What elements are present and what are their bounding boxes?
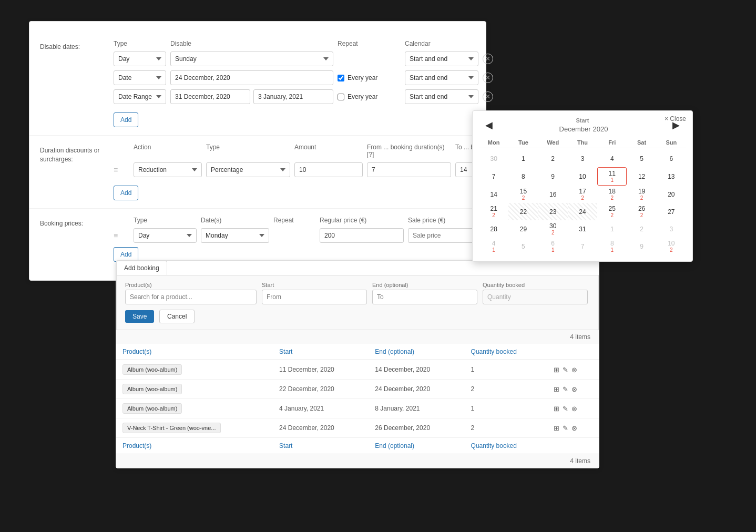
cal-day-15[interactable]: 152 <box>508 186 538 203</box>
action-icons-1: ⊞ ✎ ⊗ <box>554 366 592 374</box>
type-select-3[interactable]: DayDateDate Range <box>114 89 166 104</box>
edit-icon-2[interactable]: ✎ <box>563 385 568 393</box>
items-count-top: 4 items <box>116 330 599 344</box>
prices-add-btn[interactable]: Add <box>114 247 138 262</box>
disable-date-input-2[interactable] <box>170 70 333 85</box>
cal-day-5[interactable]: 5 <box>627 150 656 167</box>
cal-day-8[interactable]: 8 <box>508 167 538 186</box>
cal-day-9-jan[interactable]: 9 <box>627 238 656 255</box>
prices-drag-handle-1[interactable]: ≡ <box>114 231 129 240</box>
booking-panel: Add booking Product(s) Start End (option… <box>116 260 599 468</box>
cal-day-7-jan[interactable]: 7 <box>568 238 597 255</box>
type-select-1[interactable]: DayDateDate Range <box>114 52 166 66</box>
regular-price-input-1[interactable] <box>320 228 404 243</box>
cal-day-3-jan[interactable]: 3 <box>657 220 686 238</box>
cal-day-19[interactable]: 192 <box>627 186 656 203</box>
cal-day-11[interactable]: 111 <box>597 167 627 186</box>
discount-add-btn[interactable]: Add <box>114 186 138 200</box>
th-start: Start <box>273 344 369 360</box>
delete-icon-4[interactable]: ⊗ <box>571 424 577 432</box>
quantity-edit-icon-2[interactable]: ⊞ <box>554 385 559 393</box>
cal-day-30[interactable]: 302 <box>538 220 568 238</box>
quantity-stepper[interactable]: Quantity <box>483 290 588 304</box>
cancel-booking-btn[interactable]: Cancel <box>159 310 195 323</box>
disable-dates-add-btn[interactable]: Add <box>114 112 138 127</box>
cal-day-5-jan[interactable]: 5 <box>508 238 538 255</box>
cal-day-14[interactable]: 14 <box>479 186 508 203</box>
calendar-select-1[interactable]: Start and end <box>405 52 478 66</box>
cal-day-4[interactable]: 4 <box>597 150 627 167</box>
cal-day-7[interactable]: 7 <box>479 167 508 186</box>
quantity-edit-icon-4[interactable]: ⊞ <box>554 424 559 432</box>
repeat-row-3: Every year <box>338 93 401 100</box>
cal-day-6[interactable]: 6 <box>657 150 686 167</box>
cal-day-24[interactable]: 24 <box>568 203 597 220</box>
cal-day-2-jan[interactable]: 2 <box>627 220 656 238</box>
cal-day-10-jan[interactable]: 102 <box>657 238 686 255</box>
quantity-edit-icon-3[interactable]: ⊞ <box>554 405 559 413</box>
date-range-end-3[interactable] <box>253 89 333 104</box>
cal-day-31[interactable]: 31 <box>568 220 597 238</box>
cal-day-26[interactable]: 262 <box>627 203 656 220</box>
cal-day-3[interactable]: 3 <box>568 150 597 167</box>
cal-day-25[interactable]: 252 <box>597 203 627 220</box>
delete-icon-1[interactable]: ⊗ <box>571 366 577 374</box>
remove-row-2-btn[interactable]: × <box>483 73 493 83</box>
prices-type-select-1[interactable]: DayDate <box>134 228 197 243</box>
save-booking-btn[interactable]: Save <box>125 310 154 323</box>
cal-day-30-nov[interactable]: 30 <box>479 150 508 167</box>
cal-day-6-jan[interactable]: 61 <box>538 238 568 255</box>
add-booking-tab[interactable]: Add booking <box>116 261 167 275</box>
type-select-2[interactable]: DayDateDate Range <box>114 70 166 85</box>
cal-day-27[interactable]: 27 <box>657 203 686 220</box>
date-range-start-3[interactable] <box>170 89 250 104</box>
cal-prev-btn[interactable]: ◀ <box>481 118 497 132</box>
amount-header: Amount <box>294 144 363 158</box>
edit-icon-3[interactable]: ✎ <box>563 405 568 413</box>
repeat-label-3: Every year <box>348 93 377 100</box>
prices-dates-select-1[interactable]: MondayTuesday <box>201 228 269 243</box>
cal-day-1-jan[interactable]: 1 <box>597 220 627 238</box>
cal-day-12[interactable]: 12 <box>627 167 656 186</box>
calendar-select-3[interactable]: Start and end <box>405 89 478 104</box>
cal-day-4-jan[interactable]: 41 <box>479 238 508 255</box>
cal-day-16[interactable]: 16 <box>538 186 568 203</box>
disable-select-1[interactable]: SundayMondayTuesday <box>170 52 333 66</box>
delete-icon-2[interactable]: ⊗ <box>571 385 577 393</box>
disc-type-select-1[interactable]: PercentageFixed <box>206 162 290 177</box>
cal-day-1[interactable]: 1 <box>508 150 538 167</box>
cal-day-20[interactable]: 20 <box>657 186 686 203</box>
delete-icon-3[interactable]: ⊗ <box>571 405 577 413</box>
cal-day-8-jan[interactable]: 81 <box>597 238 627 255</box>
start-input[interactable] <box>262 290 367 304</box>
calendar-close-btn[interactable]: × Close <box>665 115 686 122</box>
cal-day-10[interactable]: 10 <box>568 167 597 186</box>
end-input[interactable] <box>372 290 477 304</box>
remove-row-3-btn[interactable]: × <box>483 91 493 102</box>
cal-day-22[interactable]: 22 <box>508 203 538 220</box>
edit-icon-4[interactable]: ✎ <box>563 424 568 432</box>
cal-day-18[interactable]: 182 <box>597 186 627 203</box>
cal-day-29[interactable]: 29 <box>508 220 538 238</box>
product-search-input[interactable] <box>125 290 257 304</box>
disable-col-header: Disable <box>170 40 333 47</box>
from-input-1[interactable] <box>367 162 451 177</box>
action-select-1[interactable]: ReductionSurcharge <box>134 162 202 177</box>
drag-handle-1[interactable]: ≡ <box>114 166 129 174</box>
repeat-checkbox-3[interactable] <box>338 94 344 100</box>
disc-type-header: Type <box>206 144 290 158</box>
cal-day-28[interactable]: 28 <box>479 220 508 238</box>
cal-day-2[interactable]: 2 <box>538 150 568 167</box>
cal-day-21[interactable]: 212 <box>479 203 508 220</box>
cal-day-23[interactable]: 23 <box>538 203 568 220</box>
remove-row-1-btn[interactable]: × <box>483 54 493 64</box>
cal-day-9[interactable]: 9 <box>538 167 568 186</box>
quantity-edit-icon-1[interactable]: ⊞ <box>554 366 559 374</box>
cal-day-13[interactable]: 13 <box>657 167 686 186</box>
amount-input-1[interactable] <box>294 162 363 177</box>
cal-day-17[interactable]: 172 <box>568 186 597 203</box>
cal-title: Start December2020 <box>557 117 608 133</box>
calendar-select-2[interactable]: Start and end <box>405 70 478 85</box>
edit-icon-1[interactable]: ✎ <box>563 366 568 374</box>
repeat-checkbox-2[interactable] <box>338 75 344 81</box>
